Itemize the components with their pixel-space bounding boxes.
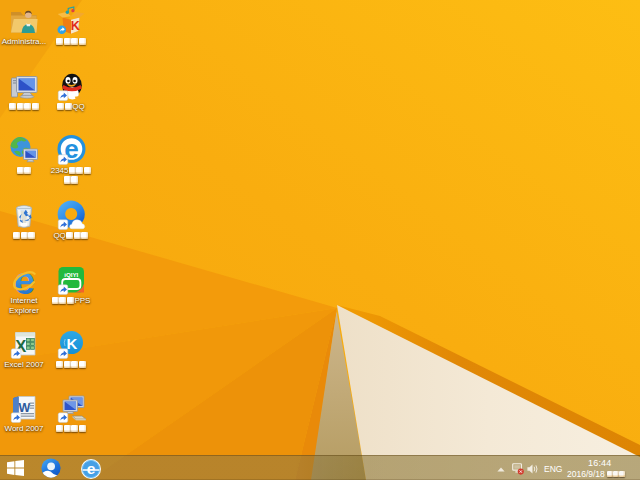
svg-text:iQIYI: iQIYI: [64, 271, 78, 278]
svg-text:K: K: [71, 19, 80, 33]
svg-text:e: e: [87, 460, 96, 477]
svg-text:e: e: [14, 264, 35, 296]
svg-text:K: K: [67, 335, 78, 352]
